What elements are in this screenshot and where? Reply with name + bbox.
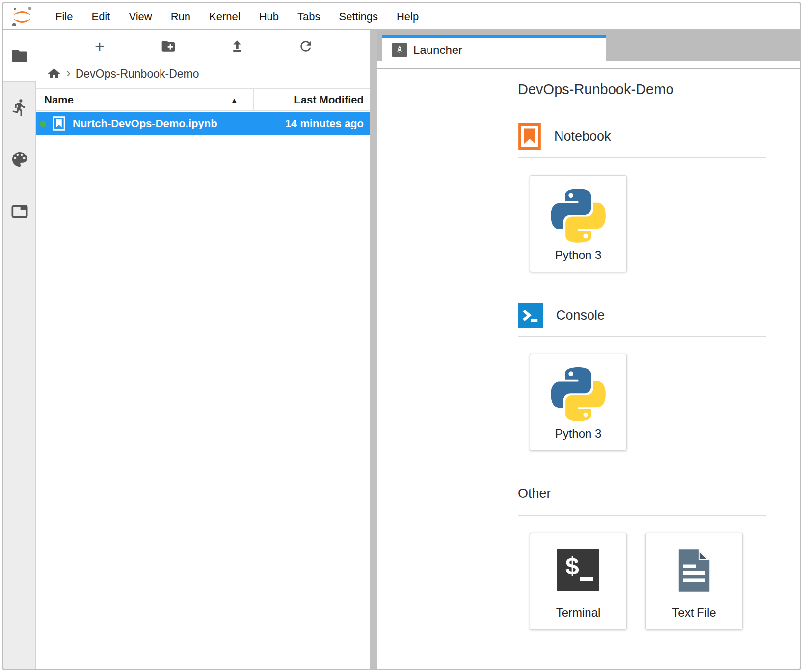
file-browser-toolbar: +	[36, 30, 370, 62]
launcher-card-notebook-python3[interactable]: Python 3	[530, 175, 627, 272]
panel-splitter[interactable]	[370, 30, 377, 669]
file-name: Nurtch-DevOps-Demo.ipynb	[73, 117, 217, 130]
card-label: Python 3	[555, 427, 602, 440]
menu-items: File Edit View Run Kernel Hub Tabs Setti…	[46, 10, 428, 23]
section-notebook-label: Notebook	[554, 129, 611, 144]
running-man-icon	[10, 98, 29, 117]
menu-item-hub[interactable]: Hub	[250, 10, 288, 23]
python-logo-icon	[551, 367, 606, 422]
jupyter-logo-icon	[10, 6, 34, 27]
dock-tab-bar: Launcher	[377, 30, 800, 61]
breadcrumb-separator: ›	[66, 65, 71, 80]
section-console-header: Console	[518, 303, 766, 328]
home-icon[interactable]	[47, 66, 61, 81]
menu-item-settings[interactable]: Settings	[329, 10, 387, 23]
activity-bar-rest	[3, 81, 36, 669]
text-file-icon	[674, 548, 714, 593]
tabs-icon	[10, 202, 29, 221]
menu-item-file[interactable]: File	[46, 10, 82, 23]
menu-item-kernel[interactable]: Kernel	[200, 10, 250, 23]
upload-button[interactable]	[226, 35, 248, 57]
palette-icon	[10, 150, 29, 169]
section-console-label: Console	[556, 308, 605, 323]
kernel-running-dot	[40, 121, 46, 127]
sidebar-item-files[interactable]	[3, 30, 36, 81]
sort-ascending-icon: ▲	[231, 96, 238, 104]
breadcrumb: › DevOps-Runbook-Demo	[36, 62, 370, 85]
card-label: Terminal	[556, 606, 601, 620]
section-other-header: Other	[518, 486, 766, 501]
file-list-header: Name ▲ Last Modified	[36, 88, 370, 111]
main-area: +	[3, 30, 800, 669]
column-header-name[interactable]: Name ▲	[36, 89, 253, 110]
menu-item-help[interactable]: Help	[387, 10, 428, 23]
section-notebook-header: Notebook	[518, 123, 766, 150]
menu-item-tabs[interactable]: Tabs	[288, 10, 329, 23]
launcher-panel: Launcher DevOps-Runbook-Demo Notebook	[377, 30, 800, 669]
launcher-body: DevOps-Runbook-Demo Notebook	[377, 69, 800, 669]
card-label: Text File	[672, 606, 716, 620]
launcher-rocket-icon	[392, 43, 407, 57]
plus-icon: +	[95, 38, 105, 54]
refresh-icon	[298, 38, 314, 54]
launcher-card-terminal[interactable]: $ Terminal	[530, 533, 627, 630]
sidebar-item-running[interactable]	[9, 97, 30, 118]
sidebar-item-commands[interactable]	[9, 149, 30, 170]
tab-launcher-label: Launcher	[413, 43, 462, 57]
activity-bar	[3, 30, 36, 669]
section-other-label: Other	[518, 486, 551, 501]
folder-icon	[10, 47, 29, 65]
menu-item-view[interactable]: View	[119, 10, 161, 23]
file-row-selected[interactable]: Nurtch-DevOps-Demo.ipynb 14 minutes ago	[36, 112, 370, 135]
new-folder-button[interactable]	[158, 35, 179, 57]
menu-item-edit[interactable]: Edit	[82, 10, 119, 23]
refresh-button[interactable]	[295, 35, 317, 57]
jupyterlab-window: File Edit View Run Kernel Hub Tabs Setti…	[2, 2, 801, 670]
file-browser-panel: +	[36, 30, 370, 669]
breadcrumb-current-folder[interactable]: DevOps-Runbook-Demo	[76, 67, 199, 80]
section-divider	[518, 515, 766, 516]
notebook-icon	[518, 123, 541, 150]
section-divider	[518, 157, 766, 158]
section-divider	[518, 336, 766, 337]
launcher-card-console-python3[interactable]: Python 3	[530, 354, 627, 451]
sidebar-item-tabs[interactable]	[9, 201, 30, 222]
file-last-modified: 14 minutes ago	[285, 117, 364, 130]
launcher-card-text-file[interactable]: Text File	[645, 533, 743, 630]
launcher-cwd-title: DevOps-Runbook-Demo	[518, 81, 766, 98]
new-launcher-button[interactable]: +	[89, 35, 110, 57]
menu-bar: File Edit View Run Kernel Hub Tabs Setti…	[3, 3, 800, 30]
tab-launcher[interactable]: Launcher	[382, 35, 606, 61]
notebook-file-icon	[53, 116, 65, 131]
console-icon	[518, 303, 543, 328]
menu-item-run[interactable]: Run	[161, 10, 200, 23]
dollar-glyph: $	[565, 552, 579, 580]
column-header-last-modified[interactable]: Last Modified	[253, 89, 370, 110]
python-logo-icon	[551, 188, 606, 243]
upload-icon	[230, 39, 244, 53]
card-label: Python 3	[555, 248, 602, 262]
terminal-icon: $	[557, 549, 599, 591]
new-folder-icon	[161, 38, 176, 54]
underscore-glyph	[580, 577, 593, 581]
